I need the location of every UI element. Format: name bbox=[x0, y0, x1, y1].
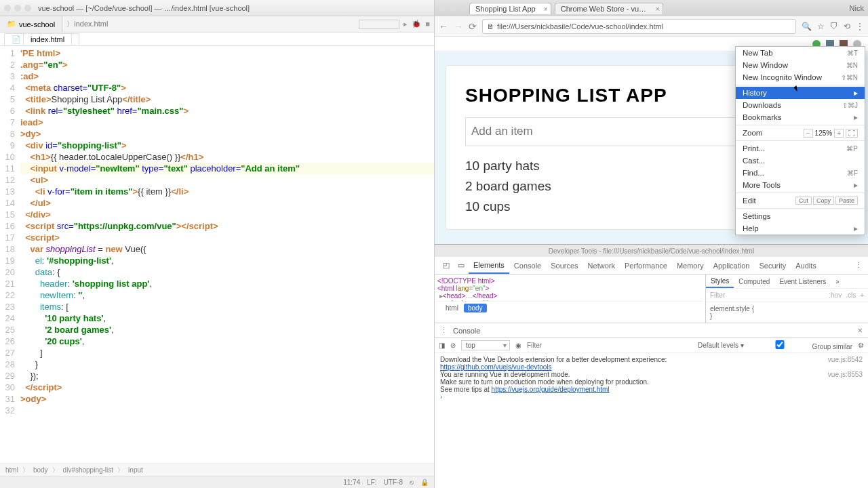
file-tab-index[interactable]: 📄 index.html bbox=[4, 33, 79, 45]
shield-icon[interactable]: ⛉ bbox=[830, 22, 838, 31]
tab-console[interactable]: Console bbox=[509, 257, 546, 274]
search-box[interactable] bbox=[359, 20, 399, 29]
back-button[interactable]: ← bbox=[439, 21, 448, 32]
ide-window: vue-school — [~/Code/vue-school] — …/ind… bbox=[0, 0, 434, 488]
console-prompt[interactable]: › bbox=[440, 393, 863, 401]
levels-select[interactable]: Default levels ▾ bbox=[698, 342, 744, 349]
lock-icon: 🔒 bbox=[420, 479, 429, 486]
ide-bottom-breadcrumb: html 〉 body 〉 div#shopping-list 〉 input bbox=[0, 464, 434, 476]
ide-project-tabs: 📁 vue-school 〉index.html ▸ 🐞 ■ bbox=[0, 16, 434, 33]
tab-memory[interactable]: Memory bbox=[672, 257, 709, 274]
close-icon[interactable]: × bbox=[656, 5, 660, 13]
zoom-in[interactable]: + bbox=[834, 129, 844, 138]
file-tabs: 📄 index.html bbox=[0, 33, 434, 46]
close-icon[interactable]: × bbox=[544, 5, 548, 13]
show-console-icon[interactable]: ◨ bbox=[439, 342, 445, 349]
tab-elements[interactable]: Elements bbox=[469, 257, 509, 274]
tab-shopping-list[interactable]: Shopping List App× bbox=[469, 3, 551, 14]
context-select[interactable]: top bbox=[461, 340, 510, 350]
tab-performance[interactable]: Performance bbox=[620, 257, 672, 274]
stop-icon[interactable]: ■ bbox=[425, 20, 430, 29]
sync-icon[interactable]: ⟲ bbox=[844, 22, 850, 31]
ide-statusbar: 11:74 LF: UTF-8 ⎋🔒 bbox=[0, 476, 434, 488]
dom-breadcrumb[interactable]: html body bbox=[437, 301, 703, 314]
address-bar[interactable]: 🗎file:///Users/nickbasile/Code/vue-schoo… bbox=[482, 19, 796, 34]
ide-titlebar: vue-school — [~/Code/vue-school] — …/ind… bbox=[0, 0, 434, 16]
filter-input[interactable]: Filter bbox=[710, 291, 725, 299]
reload-button[interactable]: ⟳ bbox=[469, 21, 477, 32]
menu-edit[interactable]: Edit CutCopyPaste bbox=[736, 195, 865, 207]
code-body[interactable]: 'PE html> .ang="en"> :ad> <meta charset=… bbox=[20, 46, 434, 464]
add-rule-icon[interactable]: + bbox=[860, 291, 864, 299]
chrome-titlebar: Shopping List App× Chrome Web Store - vu… bbox=[435, 0, 868, 16]
tab-network[interactable]: Network bbox=[583, 257, 620, 274]
paste-button[interactable]: Paste bbox=[835, 197, 858, 205]
mouse-cursor bbox=[795, 85, 802, 94]
console-output[interactable]: Download the Vue Devtools extension for … bbox=[435, 353, 868, 488]
console-filter-input[interactable] bbox=[527, 342, 588, 349]
live-expr-icon[interactable]: ◉ bbox=[515, 342, 521, 349]
style-rules[interactable]: element.style { } bbox=[706, 302, 868, 323]
tab-application[interactable]: Application bbox=[709, 257, 755, 274]
close-icon[interactable]: × bbox=[857, 325, 863, 336]
menu-downloads[interactable]: Downloads⇧⌘J bbox=[736, 99, 865, 111]
tab-styles[interactable]: Styles bbox=[706, 274, 734, 288]
console-drawer-header: ⋮ Console × bbox=[435, 323, 868, 338]
tab-chrome-web-store[interactable]: Chrome Web Store - vue dev× bbox=[555, 3, 663, 14]
tab-event-listeners[interactable]: Event Listeners bbox=[774, 274, 831, 288]
tab-computed[interactable]: Computed bbox=[734, 274, 774, 288]
group-similar-checkbox[interactable]: Group similar bbox=[749, 340, 852, 350]
chrome-menu[interactable]: New Tab⌘T New Window⌘N New Incognito Win… bbox=[735, 46, 865, 235]
menu-settings[interactable]: Settings bbox=[736, 210, 865, 222]
dom-tree[interactable]: <!DOCTYPE html> <html lang="en"> ▸<head>… bbox=[435, 274, 705, 323]
star-icon[interactable]: ☆ bbox=[817, 22, 825, 31]
clear-icon[interactable]: ⊘ bbox=[450, 342, 456, 349]
gear-icon[interactable]: ⚙ bbox=[858, 342, 864, 349]
tab-security[interactable]: Security bbox=[754, 257, 791, 274]
copy-button[interactable]: Copy bbox=[813, 197, 834, 205]
more-icon[interactable]: » bbox=[831, 274, 844, 288]
menu-bookmarks[interactable]: Bookmarks▸ bbox=[736, 111, 865, 123]
browser-toolbar: ← → ⟳ 🗎file:///Users/nickbasile/Code/vue… bbox=[435, 16, 868, 37]
styles-panel: Styles Computed Event Listeners » Filter… bbox=[705, 274, 868, 323]
menu-zoom[interactable]: Zoom −125%+⛶ bbox=[736, 127, 865, 139]
menu-button[interactable]: ⋮ bbox=[856, 22, 864, 31]
menu-print[interactable]: Print...⌘P bbox=[736, 142, 865, 155]
devtools-tabs: ◰ ▭ Elements Console Sources Network Per… bbox=[435, 257, 868, 274]
user-chip[interactable]: Nick bbox=[850, 4, 864, 12]
menu-more-tools[interactable]: More Tools▸ bbox=[736, 179, 865, 191]
forward-button[interactable]: → bbox=[454, 21, 463, 32]
ide-title: vue-school — [~/Code/vue-school] — …/ind… bbox=[38, 4, 250, 12]
tab-sources[interactable]: Sources bbox=[546, 257, 583, 274]
drawer-menu[interactable]: ⋮ bbox=[440, 326, 448, 335]
menu-find[interactable]: Find...⌘F bbox=[736, 167, 865, 179]
device-icon[interactable]: ▭ bbox=[454, 261, 469, 270]
debug-icon[interactable]: 🐞 bbox=[412, 20, 421, 29]
deployment-link[interactable]: https://vuejs.org/guide/deployment.html bbox=[492, 386, 610, 393]
devtools-titlebar: Developer Tools - file:///Users/nickbasi… bbox=[435, 245, 868, 257]
devtools-link[interactable]: https://github.com/vuejs/vue-devtools bbox=[440, 363, 552, 371]
tab-audits[interactable]: Audits bbox=[791, 257, 821, 274]
cut-button[interactable]: Cut bbox=[795, 197, 812, 205]
menu-incognito[interactable]: New Incognito Window⇧⌘N bbox=[736, 71, 865, 83]
menu-new-tab[interactable]: New Tab⌘T bbox=[736, 47, 865, 59]
devtools-window: Developer Tools - file:///Users/nickbasi… bbox=[434, 244, 868, 488]
console-toolbar: ◨ ⊘ top ◉ Default levels ▾ Group similar… bbox=[435, 338, 868, 353]
menu-new-window[interactable]: New Window⌘N bbox=[736, 59, 865, 71]
menu-cast[interactable]: Cast... bbox=[736, 155, 865, 167]
fullscreen-icon[interactable]: ⛶ bbox=[846, 129, 858, 138]
project-tab[interactable]: 📁 vue-school bbox=[0, 16, 62, 32]
run-icon[interactable]: ▸ bbox=[403, 20, 408, 29]
devtools-menu[interactable]: ⋮ bbox=[850, 261, 868, 270]
menu-help[interactable]: Help▸ bbox=[736, 222, 865, 235]
code-editor[interactable]: 1234567891011121314151617181920212223242… bbox=[0, 46, 434, 464]
file-icon: 🗎 bbox=[487, 22, 494, 30]
zoom-icon[interactable]: 🔍 bbox=[802, 22, 812, 31]
line-gutter: 1234567891011121314151617181920212223242… bbox=[0, 46, 20, 464]
browser-window: Shopping List App× Chrome Web Store - vu… bbox=[434, 0, 868, 244]
inspect-icon[interactable]: ◰ bbox=[439, 261, 454, 270]
zoom-out[interactable]: − bbox=[804, 129, 813, 138]
